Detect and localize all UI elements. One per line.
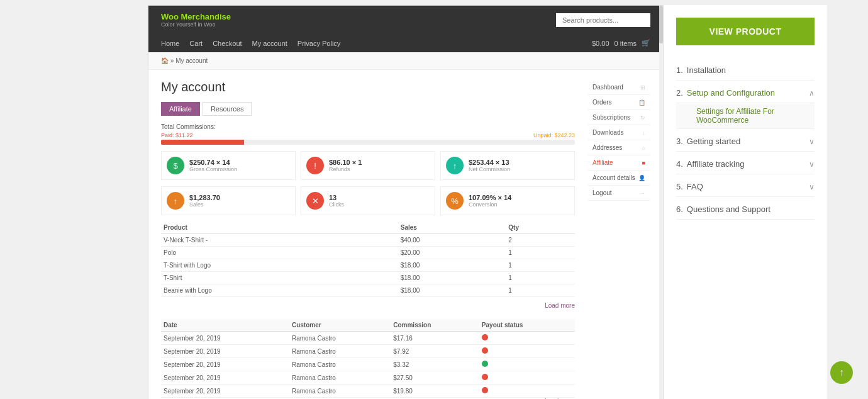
scroll-up-icon: ↑	[839, 367, 844, 378]
cart-price: $0.00	[592, 40, 609, 47]
nav-item-setup-row[interactable]: 2. Setup and Configuration ∧	[676, 83, 815, 103]
table-row: T-Shirt$18.001	[161, 272, 575, 284]
commission-bar-track	[161, 140, 575, 145]
comm-col-customer: Customer	[289, 319, 391, 332]
scroll-to-top-button[interactable]: ↑	[830, 361, 853, 384]
nav-questions-support-label: Questions and Support	[687, 205, 815, 214]
menu-item-account-details[interactable]: Account details 👤	[587, 171, 650, 186]
woo-header: Woo Merchandise Color Yourself in Woo	[148, 6, 663, 34]
stat-refunds: ! $86.10 × 1 Refunds	[301, 151, 435, 180]
table-row: September 20, 2019 Ramona Castro $27.50	[161, 371, 575, 385]
stat-sales-label: Sales	[189, 201, 220, 208]
nav-faq-label: FAQ	[687, 182, 809, 191]
commission-bar-labels: Paid: $11.22 Unpaid: $242.23	[161, 132, 575, 138]
status-dot-red	[482, 347, 488, 354]
account-title: My account	[161, 80, 575, 94]
nav-setup-label: Setup and Configuration	[687, 88, 809, 98]
scrollbar-thumb[interactable]	[659, 6, 663, 43]
nav-privacy[interactable]: Privacy Policy	[298, 40, 340, 47]
menu-item-subscriptions[interactable]: Subscriptions ↻	[587, 110, 650, 125]
products-col-qty: Qty	[506, 222, 575, 234]
nav-item-getting-started-row[interactable]: 3. Getting started ∨	[676, 132, 815, 152]
products-load-more[interactable]: Load more	[161, 302, 575, 309]
view-product-button[interactable]: VIEW PRODUCT	[676, 18, 815, 45]
status-dot-red	[482, 374, 488, 380]
stat-clicks-label: Clicks	[329, 201, 344, 208]
menu-item-dashboard[interactable]: Dashboard ⊞	[587, 80, 650, 95]
nav-item-getting-started: 3. Getting started ∨	[676, 132, 815, 152]
tab-resources[interactable]: Resources	[203, 102, 252, 116]
nav-checkout[interactable]: Checkout	[213, 40, 242, 47]
table-row: Polo$20.001	[161, 247, 575, 259]
commission-bar-fill	[161, 140, 244, 145]
stat-gross-commission: $ $250.74 × 14 Gross Commission	[161, 151, 296, 180]
nav-installation-label: Installation	[687, 65, 815, 75]
woo-sidebar-menu: Dashboard ⊞ Orders 📋 Subscriptions ↻ Dow…	[587, 80, 650, 399]
stat-refunds-label: Refunds	[329, 166, 362, 172]
woo-search-input[interactable]	[556, 13, 650, 27]
products-table: Product Sales Qty V-Neck T-Shirt -$40.00…	[161, 222, 575, 297]
stat-icon-sales: ↑	[167, 192, 184, 210]
account-tabs: Affiliate Resources	[161, 102, 575, 116]
comm-col-date: Date	[161, 319, 289, 332]
stat-conversion-label: Conversion	[469, 201, 511, 208]
affiliate-icon: ■	[642, 160, 645, 166]
nav-item-installation: 1. Installation	[676, 60, 815, 81]
stat-net-label: Net Commission	[469, 166, 510, 172]
nav-home[interactable]: Home	[161, 40, 179, 47]
stats-row-2: ↑ $1,283.70 Sales ✕ 13 Clicks %	[161, 186, 575, 215]
orders-icon: 📋	[638, 99, 645, 106]
menu-item-logout[interactable]: Logout →	[587, 186, 650, 201]
chevron-down-icon-3: ∨	[809, 183, 815, 191]
breadcrumb-current: My account	[175, 57, 208, 64]
nav-cart[interactable]: Cart	[189, 40, 203, 47]
commission-bar-title: Total Commissions:	[161, 123, 575, 130]
addresses-icon: ⌂	[642, 145, 645, 151]
menu-item-affiliate[interactable]: Affiliate ■	[587, 155, 650, 171]
products-col-sales: Sales	[398, 222, 506, 234]
stat-icon-gross: $	[167, 157, 184, 174]
nav-sub-settings[interactable]: Settings for Affiliate For WooCommerce	[691, 103, 815, 128]
stat-clicks-value: 13	[329, 194, 344, 201]
table-row: September 20, 2019 Ramona Castro $19.80	[161, 385, 575, 398]
nav-item-questions-support: 6. Questions and Support	[676, 200, 815, 220]
brand-subtitle: Color Yourself in Woo	[161, 21, 231, 28]
tab-affiliate[interactable]: Affiliate	[161, 102, 200, 116]
nav-item-affiliate-tracking-row[interactable]: 4. Affiliate tracking ∨	[676, 154, 815, 174]
stat-net-value: $253.44 × 13	[469, 159, 510, 166]
nav-affiliate-tracking-label: Affiliate tracking	[687, 159, 809, 169]
stat-sales-value: $1,283.70	[189, 194, 220, 201]
woo-nav-links: Home Cart Checkout My account Privacy Po…	[161, 40, 340, 47]
breadcrumb: 🏠 » My account	[148, 52, 663, 70]
nav-item-questions-support-row[interactable]: 6. Questions and Support	[676, 200, 815, 220]
downloads-icon: ↓	[643, 130, 646, 136]
nav-setup-subitems: Settings for Affiliate For WooCommerce	[676, 103, 815, 129]
nav-getting-started-label: Getting started	[687, 137, 809, 146]
stat-sales: ↑ $1,283.70 Sales	[161, 186, 296, 215]
products-col-product: Product	[161, 222, 398, 234]
right-panel: VIEW PRODUCT 1. Installation 2. Setup an…	[664, 5, 827, 399]
subscriptions-icon: ↻	[640, 115, 645, 121]
menu-item-addresses[interactable]: Addresses ⌂	[587, 140, 650, 155]
table-row: T-Shirt with Logo$18.001	[161, 259, 575, 272]
table-row: Beanie with Logo$18.001	[161, 284, 575, 297]
stat-icon-clicks: ✕	[306, 192, 324, 210]
breadcrumb-home[interactable]: 🏠	[161, 57, 169, 64]
stat-net-commission: ↑ $253.44 × 13 Net Commission	[440, 151, 575, 180]
nav-my-account[interactable]: My account	[252, 40, 287, 47]
nav-item-installation-row[interactable]: 1. Installation	[676, 60, 815, 81]
commission-paid-label: Paid: $11.22	[161, 132, 193, 138]
scrollbar[interactable]	[659, 6, 663, 399]
menu-item-orders[interactable]: Orders 📋	[587, 95, 650, 110]
table-row: September 20, 2019 Ramona Castro $3.32	[161, 358, 575, 371]
stat-icon-refunds: !	[306, 157, 324, 174]
cart-area: $0.00 0 items 🛒	[592, 39, 650, 47]
woo-nav: Home Cart Checkout My account Privacy Po…	[148, 34, 663, 52]
nav-item-affiliate-tracking: 4. Affiliate tracking ∨	[676, 154, 815, 174]
woo-screenshot: Woo Merchandise Color Yourself in Woo Ho…	[148, 5, 664, 399]
comm-col-status: Payout status	[479, 319, 575, 332]
cart-icon[interactable]: 🛒	[642, 39, 650, 47]
nav-item-faq-row[interactable]: 5. FAQ ∨	[676, 177, 815, 197]
menu-item-downloads[interactable]: Downloads ↓	[587, 125, 650, 140]
stat-conversion-value: 107.09% × 14	[469, 194, 511, 201]
